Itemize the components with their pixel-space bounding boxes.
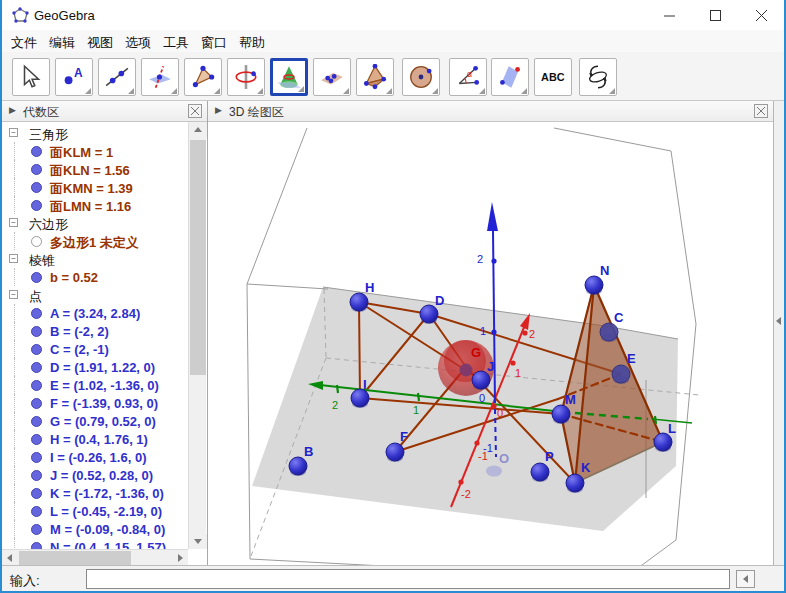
tool-dropdown-icon[interactable] [298, 86, 304, 92]
visibility-marble-icon[interactable] [31, 506, 42, 517]
tool-plane-through-points[interactable] [313, 58, 351, 96]
tool-dropdown-icon[interactable] [171, 88, 177, 94]
tool-polygon[interactable] [184, 58, 222, 96]
scroll-left-icon[interactable] [2, 550, 17, 566]
point-B[interactable] [289, 457, 307, 475]
algebra-item-row[interactable]: K = (-1.72, -1.36, 0) [2, 484, 188, 502]
tool-dropdown-icon[interactable] [521, 88, 527, 94]
visibility-marble-icon[interactable] [31, 524, 42, 535]
algebra-item-row[interactable]: L = (-0.45, -2.19, 0) [2, 502, 188, 520]
tool-dropdown-icon[interactable] [343, 88, 349, 94]
algebra-category-row[interactable]: −点 [2, 286, 188, 304]
menu-4[interactable]: 选项 [120, 32, 156, 51]
tool-dropdown-icon[interactable] [257, 88, 263, 94]
tool-reflect-about-plane[interactable] [491, 58, 529, 96]
algebra-item-row[interactable]: I = (-0.26, 1.6, 0) [2, 448, 188, 466]
algebra-horizontal-scrollbar[interactable] [2, 549, 188, 565]
algebra-item-row[interactable]: b = 0.52 [2, 268, 188, 286]
tool-dropdown-icon[interactable] [479, 88, 485, 94]
visibility-marble-icon[interactable] [31, 182, 42, 193]
maximize-button[interactable] [692, 0, 738, 30]
tool-move[interactable] [12, 58, 50, 96]
algebra-item-row[interactable]: 面LMN = 1.16 [2, 196, 188, 214]
visibility-marble-icon[interactable] [31, 362, 42, 373]
menu-2[interactable]: 编辑 [44, 32, 80, 51]
tool-pyramid[interactable] [356, 58, 394, 96]
point-N[interactable] [585, 276, 603, 294]
scroll-up-icon[interactable] [189, 122, 207, 137]
visibility-marble-icon[interactable] [31, 434, 42, 445]
horizontal-scroll-thumb[interactable] [19, 551, 131, 565]
visibility-marble-icon[interactable] [31, 380, 42, 391]
algebra-category-row[interactable]: −六边形 [2, 214, 188, 232]
tool-dropdown-icon[interactable] [85, 88, 91, 94]
algebra-item-row[interactable]: A = (3.24, 2.84) [2, 304, 188, 322]
tool-dropdown-icon[interactable] [386, 88, 392, 94]
graphics3d-scene[interactable]: 210-121-1-2021HDNCEIJMFBPKLOG [208, 122, 773, 565]
collapse-expander-icon[interactable]: − [9, 290, 18, 299]
graphics3d-collapse-caret-icon[interactable]: ▶ [215, 105, 222, 115]
tool-line[interactable] [98, 58, 136, 96]
point-C[interactable] [600, 323, 618, 341]
tool-text[interactable]: ABC [534, 58, 572, 96]
algebra-item-row[interactable]: B = (-2, 2) [2, 322, 188, 340]
visibility-marble-icon[interactable] [31, 326, 42, 337]
visibility-marble-icon[interactable] [31, 488, 42, 499]
command-input[interactable] [86, 569, 730, 589]
menu-5[interactable]: 工具 [158, 32, 194, 51]
visibility-marble-icon[interactable] [31, 452, 42, 463]
algebra-item-row[interactable]: C = (2, -1) [2, 340, 188, 358]
graphics3d-close-icon[interactable] [754, 104, 768, 118]
visibility-marble-icon[interactable] [31, 416, 42, 427]
vertical-scroll-thumb[interactable] [190, 140, 206, 375]
visibility-marble-icon[interactable] [31, 236, 42, 247]
scroll-down-icon[interactable] [189, 534, 207, 549]
visibility-marble-icon[interactable] [31, 398, 42, 409]
algebra-item-row[interactable]: G = (0.79, 0.52, 0) [2, 412, 188, 430]
algebra-item-row[interactable]: J = (0.52, 0.28, 0) [2, 466, 188, 484]
algebra-item-row[interactable]: 面KLN = 1.56 [2, 160, 188, 178]
point-E[interactable] [612, 365, 630, 383]
algebra-item-row[interactable]: N = (0.4, 1.15, 1.57) [2, 538, 188, 549]
tool-intersect-plane[interactable] [141, 58, 179, 96]
collapse-expander-icon[interactable]: − [9, 218, 18, 227]
algebra-close-icon[interactable] [188, 104, 202, 118]
tool-dropdown-icon[interactable] [214, 88, 220, 94]
algebra-collapse-caret-icon[interactable]: ▶ [9, 105, 16, 115]
menu-3[interactable]: 视图 [82, 32, 118, 51]
point-F[interactable] [386, 443, 404, 461]
menu-1[interactable]: 文件 [6, 32, 42, 51]
visibility-marble-icon[interactable] [31, 344, 42, 355]
visibility-marble-icon[interactable] [31, 470, 42, 481]
tool-rotate-around-line[interactable] [227, 58, 265, 96]
algebra-item-row[interactable]: 多边形1 未定义 [2, 232, 188, 250]
algebra-vertical-scrollbar[interactable] [188, 122, 206, 549]
tool-dropdown-icon[interactable] [432, 88, 438, 94]
graphics3d-canvas[interactable]: 210-121-1-2021HDNCEIJMFBPKLOG [208, 122, 773, 565]
point-G[interactable] [460, 364, 473, 377]
minimize-button[interactable] [646, 0, 692, 30]
point-M[interactable] [552, 405, 570, 423]
tool-point[interactable]: A [55, 58, 93, 96]
algebra-item-row[interactable]: D = (1.91, 1.22, 0) [2, 358, 188, 376]
collapse-expander-icon[interactable]: − [9, 254, 18, 263]
tool-angle[interactable]: α [449, 58, 487, 96]
algebra-item-row[interactable]: H = (0.4, 1.76, 1) [2, 430, 188, 448]
expand-panel-arrow-icon[interactable] [776, 317, 781, 325]
visibility-marble-icon[interactable] [31, 164, 42, 175]
tool-cone[interactable] [270, 58, 308, 96]
visibility-marble-icon[interactable] [31, 308, 42, 319]
visibility-marble-icon[interactable] [31, 542, 42, 549]
tool-rotate-3d-view[interactable] [579, 58, 617, 96]
algebra-category-row[interactable]: −棱锥 [2, 250, 188, 268]
menu-7[interactable]: 帮助 [234, 32, 270, 51]
algebra-item-row[interactable]: 面KMN = 1.39 [2, 178, 188, 196]
tool-dropdown-icon[interactable] [609, 88, 615, 94]
visibility-marble-icon[interactable] [31, 272, 42, 283]
close-button[interactable] [738, 0, 784, 30]
collapse-expander-icon[interactable]: − [9, 128, 18, 137]
menu-6[interactable]: 窗口 [196, 32, 232, 51]
point-O[interactable] [486, 466, 502, 477]
algebra-item-row[interactable]: F = (-1.39, 0.93, 0) [2, 394, 188, 412]
point-K[interactable] [566, 474, 584, 492]
